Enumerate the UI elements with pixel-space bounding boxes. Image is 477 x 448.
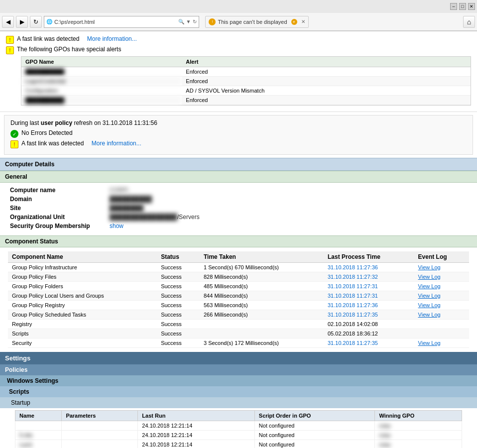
status-table: Component NameStatusTime TakenLast Proce…: [8, 251, 469, 348]
scripts-cell: s.ps1: [15, 440, 62, 448]
status-cell: 31.10.2018 11:27:31: [324, 291, 414, 301]
gpo-table: GPO Name Alert ██████████EnforcedLogonCr…: [21, 57, 471, 105]
status-table-row: Group Policy FilesSuccess828 Millisecond…: [8, 272, 469, 282]
warn-icon-3: !: [10, 140, 18, 148]
status-cell: Group Policy Registry: [8, 301, 157, 310]
scripts-cell: corp-: [375, 440, 462, 448]
windows-settings-header: Windows Settings: [0, 375, 477, 386]
address-text: C:\ps\report.html: [54, 19, 176, 25]
scripts-cell: Not configured: [254, 421, 375, 431]
second-tab[interactable]: ! This page can't be displayed e ✕: [205, 16, 308, 28]
status-cell[interactable]: View Log: [414, 338, 469, 348]
home-button[interactable]: ⌂: [463, 16, 475, 28]
back-button[interactable]: ◀: [2, 16, 14, 28]
computer-name-label: Computer name: [10, 187, 110, 194]
scripts-cell: [62, 431, 138, 440]
scripts-cell: 24.10.2018 12:21:14: [138, 440, 254, 448]
settings-header: Settings: [0, 352, 477, 364]
status-cell: 02.10.2018 14:02:08: [324, 320, 414, 329]
gpo-table-row: LogonCredentialEnforced: [21, 77, 471, 86]
status-cell[interactable]: View Log: [414, 282, 469, 291]
status-cell[interactable]: View Log: [414, 310, 469, 320]
status-table-row: Group Policy Local Users and GroupsSucce…: [8, 291, 469, 301]
site-value: ████████: [110, 205, 143, 212]
domain-row: Domain ██████████: [10, 196, 467, 203]
status-table-row: Group Policy FoldersSuccess485 Milliseco…: [8, 282, 469, 291]
restore-button[interactable]: □: [459, 3, 466, 10]
status-cell[interactable]: View Log: [414, 272, 469, 282]
gpo-col-name: GPO Name: [21, 57, 182, 67]
gpo-table-row: ██████████Enforced: [21, 96, 471, 105]
gpo-alert-cell: Enforced: [182, 67, 471, 77]
no-errors-text: No Errors Detected: [21, 129, 73, 136]
gpo-table-wrap: GPO Name Alert ██████████EnforcedLogonCr…: [21, 56, 471, 106]
status-cell: 844 Millisecond(s): [200, 291, 324, 301]
gpo-name-cell: ██████████: [21, 67, 182, 77]
status-cell: [200, 329, 324, 338]
status-col-header: Status: [157, 251, 200, 263]
status-cell: 563 Millisecond(s): [200, 301, 324, 310]
page-content: ! A fast link was detected More informat…: [0, 31, 477, 448]
general-section: Computer name CORP\ Domain ██████████ Si…: [0, 183, 477, 235]
scripts-table-row: 5.vbs24.10.2018 12:21:14Not configuredco…: [15, 431, 462, 440]
address-bar[interactable]: 🌐 C:\ps\report.html 🔍 ▼ ↻: [44, 16, 199, 28]
status-table-wrap: Component NameStatusTime TakenLast Proce…: [0, 247, 477, 352]
status-cell[interactable]: View Log: [414, 301, 469, 310]
alerts-section: ! A fast link was detected More informat…: [0, 31, 477, 112]
status-cell: Security: [8, 338, 157, 348]
gpo-alert-cell: AD / SYSVOL Version Mismatch: [182, 86, 471, 96]
title-bar: – □ ✕: [0, 0, 477, 13]
component-status-header: Component Status: [0, 235, 477, 247]
status-cell: 3 Second(s) 172 Millisecond(s): [200, 338, 324, 348]
forward-button[interactable]: ▶: [16, 16, 28, 28]
status-cell: 05.02.2018 18:36:12: [324, 329, 414, 338]
gpo-table-row: ██████████Enforced: [21, 67, 471, 77]
scripts-col-header: Last Run: [138, 411, 254, 421]
warn-icon-2: !: [6, 46, 14, 54]
status-cell: 31.10.2018 11:27:36: [324, 263, 414, 272]
refresh-button[interactable]: ↻: [30, 16, 42, 28]
address-dropdown-icon[interactable]: ▼: [186, 19, 191, 24]
status-cell: Group Policy Scheduled Tasks: [8, 310, 157, 320]
security-label: Security Group Membership: [10, 223, 110, 229]
close-button[interactable]: ✕: [468, 3, 475, 10]
status-cell[interactable]: View Log: [414, 291, 469, 301]
scripts-table-row: 24.10.2018 12:21:14Not configuredcorp-: [15, 421, 462, 431]
more-info-link[interactable]: More information...: [87, 35, 137, 42]
status-cell: 31.10.2018 11:27:32: [324, 272, 414, 282]
status-cell[interactable]: View Log: [414, 263, 469, 272]
status-col-header: Component Name: [8, 251, 157, 263]
address-icon: 🌐: [46, 19, 52, 24]
security-value-link[interactable]: show: [110, 223, 123, 229]
status-cell: Success: [157, 310, 200, 320]
gpo-name-cell: LogonCredential: [21, 77, 182, 86]
status-col-header: Event Log: [414, 251, 469, 263]
user-policy-section: During last user policy refresh on 31.10…: [4, 115, 473, 155]
policy-title: During last user policy refresh on 31.10…: [10, 119, 467, 126]
status-table-row: Group Policy RegistrySuccess563 Millisec…: [8, 301, 469, 310]
gpo-alert-text: The following GPOs have special alerts: [17, 46, 121, 53]
gpo-table-row: ConfigurationAD / SYSVOL Version Mismatc…: [21, 86, 471, 96]
status-cell: Scripts: [8, 329, 157, 338]
status-cell: 31.10.2018 11:27:35: [324, 310, 414, 320]
scripts-cell: corp-: [375, 421, 462, 431]
scripts-col-header: Winning GPO: [375, 411, 462, 421]
status-table-row: Group Policy Scheduled TasksSuccess266 M…: [8, 310, 469, 320]
scripts-cell: 5.vbs: [15, 431, 62, 440]
security-row: Security Group Membership show: [10, 223, 467, 229]
tab-close-button[interactable]: ✕: [301, 19, 305, 24]
status-cell: Success: [157, 272, 200, 282]
address-refresh-icon[interactable]: ↻: [193, 19, 197, 24]
status-cell: Success: [157, 301, 200, 310]
status-col-header: Time Taken: [200, 251, 324, 263]
gpo-name-cell: Configuration: [21, 86, 182, 96]
minimize-button[interactable]: –: [450, 3, 457, 10]
status-cell: Group Policy Local Users and Groups: [8, 291, 157, 301]
status-cell: Group Policy Infrastructure: [8, 263, 157, 272]
status-table-row: RegistrySuccess02.10.2018 14:02:08: [8, 320, 469, 329]
scripts-table: NameParametersLast RunScript Order in GP…: [15, 410, 462, 448]
status-cell: Group Policy Files: [8, 272, 157, 282]
startup-header: Startup: [0, 397, 477, 408]
more-info-link-2[interactable]: More information...: [92, 140, 141, 147]
status-cell: Success: [157, 263, 200, 272]
